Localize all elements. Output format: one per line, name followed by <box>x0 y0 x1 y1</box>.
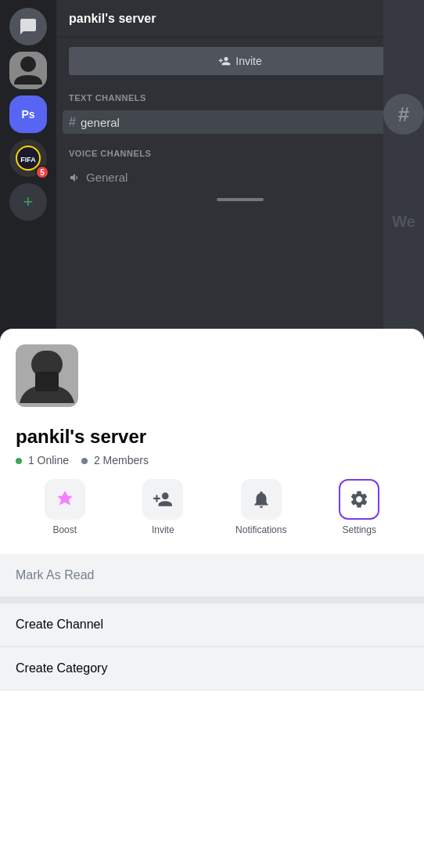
settings-label: Settings <box>343 524 376 535</box>
svg-text:FIFA: FIFA <box>20 156 36 164</box>
scroll-indicator <box>217 198 264 201</box>
action-row: Boost Invite Notifications <box>0 473 424 548</box>
online-stat: 1 Online <box>16 454 69 466</box>
server-name-label: pankil's server <box>16 426 408 448</box>
voice-channels-header: VOICE CHANNELS + <box>63 140 418 166</box>
background-panel: Ps FIFA 5 + pankil's server ··· Invite T… <box>0 0 424 337</box>
server-title: pankil's server <box>69 12 156 26</box>
svg-rect-6 <box>35 372 59 391</box>
text-channels-section: TEXT CHANNELS + # general <box>56 85 424 134</box>
members-stat: 2 Members <box>81 454 149 466</box>
invite-icon-circle <box>142 479 183 520</box>
sheet-header <box>0 329 424 420</box>
invite-label: Invite <box>152 524 174 535</box>
notification-badge: 5 <box>35 165 49 179</box>
boost-label: Boost <box>52 524 77 535</box>
invite-button[interactable]: Invite <box>69 47 411 75</box>
user-avatar-sidebar[interactable] <box>9 52 47 89</box>
invite-icon <box>153 489 173 510</box>
create-category-item[interactable]: Create Category <box>0 646 424 690</box>
create-channel-item[interactable]: Create Channel <box>0 603 424 646</box>
boost-button[interactable]: Boost <box>16 479 114 535</box>
members-dot <box>81 458 88 464</box>
add-server-button[interactable]: + <box>9 183 47 221</box>
server-sidebar: Ps FIFA 5 + <box>0 0 56 337</box>
notifications-icon-circle <box>241 479 282 520</box>
server-stats: 1 Online 2 Members <box>16 454 408 466</box>
online-dot <box>16 458 22 464</box>
menu-separator <box>0 597 424 603</box>
fifa-server-icon[interactable]: FIFA 5 <box>9 139 47 177</box>
notifications-action-button[interactable]: Notifications <box>212 479 311 535</box>
chat-icon[interactable] <box>9 8 47 45</box>
svg-point-7 <box>63 497 68 502</box>
avatar-image <box>16 344 78 407</box>
general-channel-item[interactable]: # general <box>63 110 418 134</box>
we-label: We <box>392 213 415 231</box>
text-channels-header: TEXT CHANNELS + <box>63 85 418 110</box>
ps-server-icon[interactable]: Ps <box>9 95 47 133</box>
hash-icon: # <box>69 115 76 129</box>
svg-rect-1 <box>20 56 36 72</box>
settings-icon-circle <box>339 479 379 520</box>
boost-icon <box>55 489 75 510</box>
speaker-icon <box>69 171 81 184</box>
right-panel: # We <box>383 0 424 337</box>
hash-circle-icon: # <box>383 94 424 135</box>
settings-icon <box>349 489 369 510</box>
notifications-icon <box>251 489 271 510</box>
server-detail-sheet: pankil's server 1 Online 2 Members Boost <box>0 329 424 868</box>
boost-icon-circle <box>45 479 85 520</box>
voice-channels-section: VOICE CHANNELS + General <box>56 140 424 189</box>
server-name-section: pankil's server 1 Online 2 Members <box>0 426 424 473</box>
channel-panel: pankil's server ··· Invite TEXT CHANNELS… <box>56 0 424 337</box>
server-avatar <box>16 344 78 407</box>
mark-as-read-item[interactable]: Mark As Read <box>0 554 424 597</box>
menu-section: Mark As Read Create Channel Create Categ… <box>0 554 424 690</box>
settings-action-button[interactable]: Settings <box>311 479 409 535</box>
invite-action-button[interactable]: Invite <box>114 479 213 535</box>
notifications-label: Notifications <box>235 524 286 535</box>
server-header: pankil's server ··· <box>56 0 424 38</box>
